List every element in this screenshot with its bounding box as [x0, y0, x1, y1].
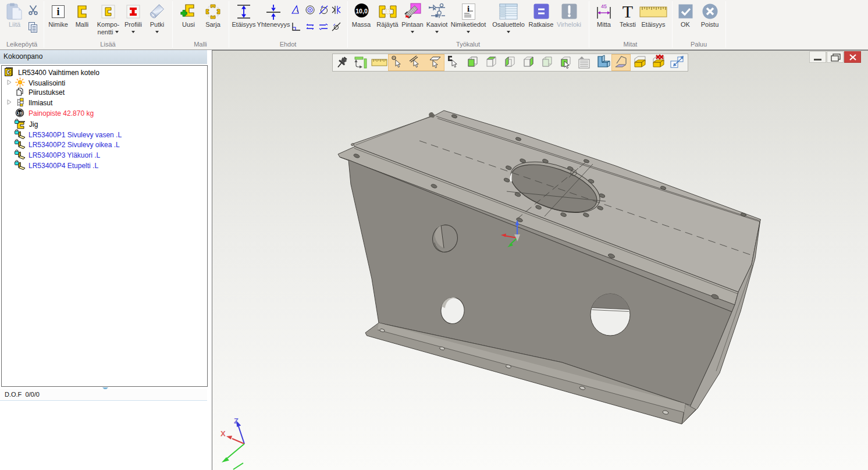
svg-text:X: X — [220, 429, 226, 438]
svg-text:10,0: 10,0 — [355, 8, 368, 15]
svg-text:10: 10 — [17, 111, 23, 116]
svg-text:45: 45 — [601, 3, 607, 9]
svg-text:i: i — [467, 4, 469, 13]
svg-text:T: T — [622, 3, 633, 20]
svg-text:i: i — [56, 6, 59, 17]
